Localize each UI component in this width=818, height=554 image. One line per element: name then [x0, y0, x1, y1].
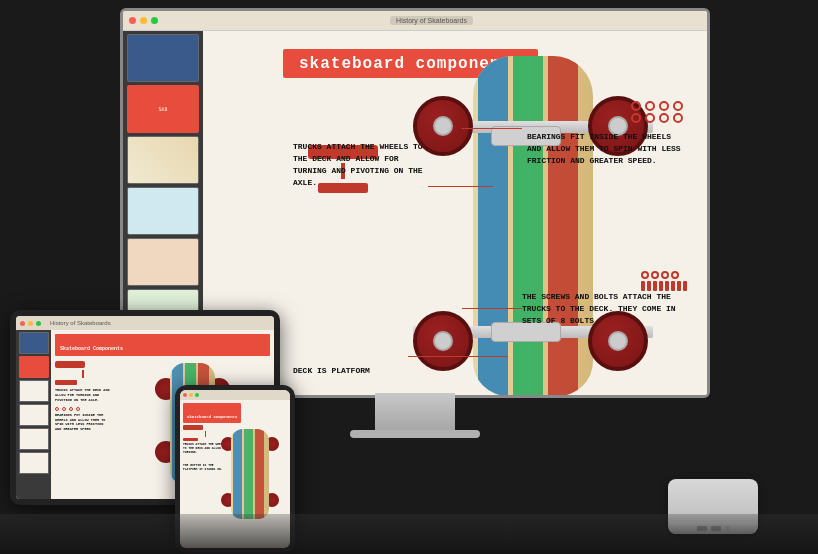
phone-truck-shape	[183, 425, 203, 430]
screw-4	[671, 271, 679, 279]
tablet-bdot-2	[62, 407, 66, 411]
phone-close[interactable]	[183, 393, 187, 397]
maximize-dot[interactable]	[151, 17, 158, 24]
tablet-truck-axle	[55, 380, 77, 385]
bearing-dot-7	[659, 113, 669, 123]
deck	[473, 56, 593, 395]
annotation-line-bearings	[462, 128, 522, 129]
phone-deck	[231, 429, 269, 519]
wheel-top-left	[413, 96, 473, 156]
monitor-base	[350, 430, 480, 438]
tablet-truck-shape	[55, 361, 85, 368]
thumb-4[interactable]	[127, 187, 199, 235]
phone-stripe-green	[244, 429, 253, 519]
stripe-green	[513, 56, 543, 395]
bearing-dot-6	[645, 113, 655, 123]
tablet-close[interactable]	[20, 321, 25, 326]
bearings-annotation: BEARINGS FIT INSIDE THE WHEELS AND ALLOW…	[527, 131, 687, 167]
phone-truck-conn	[205, 431, 206, 437]
screws-indicator	[641, 271, 687, 291]
phone-min[interactable]	[189, 393, 193, 397]
tablet-thumb-5[interactable]	[19, 428, 49, 450]
tablet-app-label: History of Skateboards	[50, 320, 111, 326]
skateboard-graphic	[403, 56, 663, 395]
tablet-title-banner: Skateboard Components	[55, 334, 270, 356]
tablet-bdot-4	[76, 407, 80, 411]
tablet-bearing-dots	[55, 407, 110, 411]
tablet-truck-connector	[82, 370, 84, 378]
phone-body: TRUCKS ATTACH THE WHEELS TO THE DECK AND…	[183, 425, 287, 519]
minimize-dot[interactable]	[140, 17, 147, 24]
annotation-line-screws	[462, 308, 522, 309]
phone-stripe-red	[255, 429, 264, 519]
screw-2	[651, 271, 659, 279]
thumb-2[interactable]: SK8	[127, 85, 199, 133]
tablet-thumb-2[interactable]	[19, 356, 49, 378]
tablet-title-text: Skateboard Components	[60, 346, 123, 352]
bearing-dot-2	[645, 101, 655, 111]
tablet-thumb-6[interactable]	[19, 452, 49, 474]
screws-annotation: THE SCREWS AND BOLTS ATTACH THE TRUCKS T…	[522, 291, 687, 327]
thumb-5[interactable]	[127, 238, 199, 286]
tablet-bearings-text: BEARINGS FIT INSIDE THE WHEELS AND ALLOW…	[55, 413, 110, 433]
tablet-thumb-1[interactable]	[19, 332, 49, 354]
thumb-3[interactable]	[127, 136, 199, 184]
floor	[0, 514, 818, 554]
tablet-sidebar	[16, 330, 51, 499]
deck-annotation: DECK IS PLATFORM	[293, 366, 370, 375]
thumb-1[interactable]	[127, 34, 199, 82]
phone-stripe-blue	[233, 429, 242, 519]
tablet-top-bar: History of Skateboards	[16, 316, 274, 330]
bearings-dots	[631, 101, 685, 123]
bearing-dot-5	[631, 113, 641, 123]
screw-1	[641, 271, 649, 279]
phone-truck-axle	[183, 438, 198, 441]
tablet-trucks-text: TRUCKS ATTACH THE DECK AND ALLOW FOR TUR…	[55, 388, 110, 403]
close-dot[interactable]	[129, 17, 136, 24]
tablet-bdot-3	[69, 407, 73, 411]
tablet-left-col: TRUCKS ATTACH THE DECK AND ALLOW FOR TUR…	[55, 359, 110, 483]
phone-top-bar	[180, 390, 290, 400]
tablet-thumb-3[interactable]	[19, 380, 49, 402]
bearing-dot-3	[659, 101, 669, 111]
phone-content: Skateboard Components TRUCKS ATTACH THE …	[180, 400, 290, 522]
bearing-dot-4	[673, 101, 683, 111]
bearing-dot-1	[631, 101, 641, 111]
trucks-area	[293, 91, 393, 147]
stripe-blue	[478, 56, 508, 395]
app-tab[interactable]: History of Skateboards	[390, 16, 473, 25]
phone-bottom-text: THE BOTTOM IS THE PLATFORM IT STANDS ON.	[183, 464, 228, 472]
annotation-line-deck	[408, 356, 508, 357]
phone-title-text: Skateboard Components	[187, 415, 237, 419]
annotation-line-trucks	[428, 186, 493, 187]
top-bar: History of Skateboards	[123, 11, 707, 31]
phone-title-banner: Skateboard Components	[183, 403, 241, 423]
tablet-max[interactable]	[36, 321, 41, 326]
wheel-bottom-left	[413, 311, 473, 371]
tablet-bdot-1	[55, 407, 59, 411]
phone-skateboard-area	[231, 427, 269, 519]
screw-3	[661, 271, 669, 279]
bearing-dot-8	[673, 113, 683, 123]
stripe-red	[548, 56, 578, 395]
tablet-min[interactable]	[28, 321, 33, 326]
tablet-thumb-4[interactable]	[19, 404, 49, 426]
phone-max[interactable]	[195, 393, 199, 397]
